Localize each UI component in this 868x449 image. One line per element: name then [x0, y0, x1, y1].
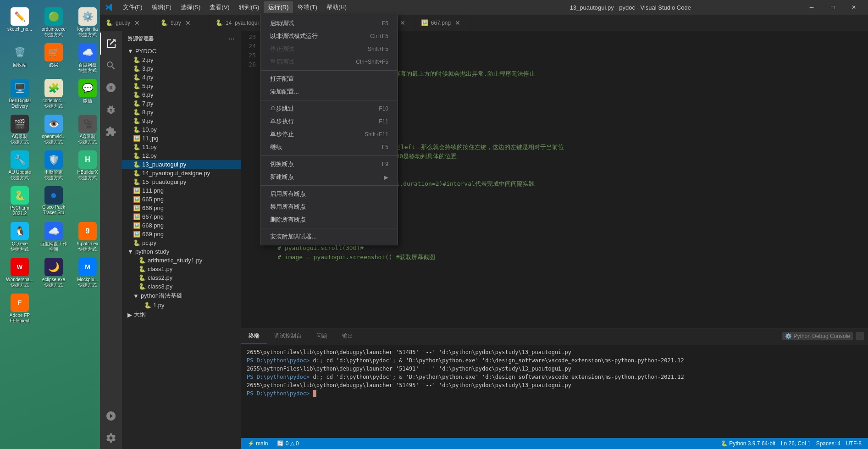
- tab-9py[interactable]: 🐍 9.py ✕: [155, 15, 210, 31]
- terminal-tab-output[interactable]: 输出: [335, 328, 360, 344]
- desktop-icon-wechat[interactable]: 💬 微信: [72, 77, 101, 111]
- tree-item-12py[interactable]: 🐍 12.py: [122, 151, 241, 160]
- tree-item-4py[interactable]: 🐍 4.py: [122, 73, 241, 82]
- desktop-icon-aq[interactable]: 🎬 AQ录制快捷方式: [4, 113, 36, 147]
- menu-run[interactable]: 运行(R): [264, 1, 293, 13]
- tree-item-668png[interactable]: 🖼️ 668.png: [122, 221, 241, 230]
- desktop-icon-qq[interactable]: 🐧 QQ.exe快捷方式: [4, 220, 36, 254]
- tree-item-2py[interactable]: 🐍 2.py: [122, 55, 241, 64]
- activity-test[interactable]: [100, 405, 122, 427]
- tree-item-665png[interactable]: 🖼️ 665.png: [122, 195, 241, 204]
- tree-folder-python-study[interactable]: ▼ python-study: [122, 247, 241, 256]
- tree-item-13puautogui[interactable]: 🐍 13_puautogui.py: [122, 160, 241, 169]
- desktop-icon-baidu[interactable]: ☁️ 百度网盘快捷方式: [72, 41, 101, 75]
- tree-folder-outline[interactable]: ▶ 大纲: [122, 310, 241, 320]
- menu-run-no-debug[interactable]: 以非调试模式运行 Ctrl+F5: [261, 30, 398, 43]
- tree-item-15puautogui[interactable]: 🐍 15_puautogui.py: [122, 177, 241, 186]
- statusbar-python[interactable]: 🐍 Python 3.9.7 64-bit: [718, 440, 778, 447]
- terminal-tab-debug[interactable]: 调试控制台: [267, 328, 309, 344]
- tree-item-14pyautogui[interactable]: 🐍 14_pyautogui_designe.py: [122, 169, 241, 177]
- desktop-icon-eclipse[interactable]: 🌙 eclipse.exe快捷方式: [38, 256, 70, 290]
- menu-help[interactable]: 帮助(H): [322, 1, 351, 13]
- tab-close-gui[interactable]: ✕: [133, 19, 141, 27]
- tree-folder-python-basic[interactable]: ▼ python语法基础: [122, 291, 241, 301]
- tree-item-3py[interactable]: 🐍 3.py: [122, 64, 241, 73]
- tree-item-5py[interactable]: 🐍 5.py: [122, 82, 241, 90]
- menu-terminal[interactable]: 终端(T): [293, 1, 322, 13]
- desktop-icon-au-update[interactable]: 🔧 AU Update快捷方式: [4, 149, 36, 183]
- menu-step-over[interactable]: 单步跳过 F10: [261, 102, 398, 115]
- statusbar-spaces[interactable]: Spaces: 4: [813, 440, 843, 447]
- activity-extensions[interactable]: [100, 121, 122, 143]
- desktop-icon-discount[interactable]: 🛒 必买: [38, 41, 70, 75]
- menu-select[interactable]: 选择(S): [176, 1, 205, 13]
- tree-item-8py[interactable]: 🐍 8.py: [122, 108, 241, 116]
- tree-item-class2[interactable]: 🐍 class2.py: [122, 273, 241, 282]
- tab-close-9py[interactable]: ✕: [184, 19, 192, 27]
- terminal-add-btn[interactable]: +: [856, 332, 864, 340]
- statusbar-encoding[interactable]: UTF-8: [843, 440, 864, 447]
- menu-open-config[interactable]: 打开配置: [261, 72, 398, 85]
- desktop-icon-dell[interactable]: 🖥️ Dell DigitalDelivery: [4, 77, 36, 111]
- desktop-icon-mockplus[interactable]: M Mockplu...快捷方式: [72, 256, 101, 290]
- tree-item-669png[interactable]: 🖼️ 669.png: [122, 230, 241, 238]
- statusbar-errors[interactable]: 🔄 0 △ 0: [274, 440, 301, 447]
- tree-item-11py[interactable]: 🐍 11.py: [122, 143, 241, 151]
- desktop-icon-arduino[interactable]: 🟢 arduino.exe快捷方式: [38, 6, 70, 39]
- tab-gui-py[interactable]: 🐍 gui.py ✕: [100, 15, 155, 31]
- tree-item-pcpy[interactable]: 🐍 pc.py: [122, 238, 241, 247]
- terminal-tab-terminal[interactable]: 终端: [241, 328, 267, 344]
- menu-new-bp[interactable]: 新建断点 ▶: [261, 171, 398, 183]
- desktop-icon-openmv[interactable]: 👁️ openmvid...快捷方式: [38, 113, 70, 147]
- tree-item-6py[interactable]: 🐍 6.py: [122, 90, 241, 99]
- menu-enable-bp[interactable]: 启用所有断点: [261, 188, 398, 200]
- desktop-icon-security[interactable]: 🛡️ 电脑管家快捷方式: [38, 149, 70, 183]
- menu-view[interactable]: 查看(V): [205, 1, 234, 13]
- terminal-content[interactable]: 2655\pythonFiles\lib\python\debugpy\laun…: [241, 344, 868, 438]
- tree-item-11jpg[interactable]: 🖼️ 11.jpg: [122, 134, 241, 143]
- tree-item-667png[interactable]: 🖼️ 667.png: [122, 212, 241, 221]
- menu-step-into[interactable]: 单步执行 F11: [261, 115, 398, 128]
- desktop-icon-codeblocks[interactable]: 🧩 codebloc...快捷方式: [38, 77, 70, 111]
- tree-item-666png[interactable]: 🖼️ 666.png: [122, 204, 241, 212]
- activity-git[interactable]: [100, 77, 122, 99]
- tree-item-111png[interactable]: 🖼️ 111.png: [122, 186, 241, 195]
- minimize-button[interactable]: ─: [801, 0, 822, 15]
- desktop-icon-logisim[interactable]: ⚙️ logisim ita快捷方式: [72, 6, 101, 39]
- activity-settings[interactable]: [100, 427, 122, 449]
- menu-add-config[interactable]: 添加配置...: [261, 85, 398, 98]
- tree-folder-pydoc[interactable]: ▼ PYDOC: [122, 47, 241, 55]
- desktop-icon-cisco[interactable]: 🔵 Cisco PackTracer Stu: [38, 184, 70, 218]
- tab-close-667[interactable]: ✕: [453, 19, 462, 27]
- menu-stop-debug[interactable]: 停止调试 Shift+F5: [261, 43, 398, 55]
- tree-item-class3[interactable]: 🐍 class3.py: [122, 282, 241, 291]
- desktop-icon-baiduwp[interactable]: ☁️ 百度网盘工作空间: [38, 220, 70, 254]
- desktop-icon-wondershare[interactable]: W Wondersha...快捷方式: [4, 256, 36, 290]
- tree-item-9py[interactable]: 🐍 9.py: [122, 116, 241, 125]
- tab-close-668[interactable]: ✕: [398, 19, 407, 27]
- terminal-settings-icon[interactable]: ⚙️ Python Debug Console: [782, 332, 853, 340]
- desktop-icon-hbuilder[interactable]: H HBuilderX快捷方式: [72, 149, 101, 183]
- maximize-button[interactable]: □: [822, 0, 843, 15]
- tree-item-7py[interactable]: 🐍 7.py: [122, 99, 241, 108]
- menu-restart-debug[interactable]: 重启调试 Ctrl+Shift+F5: [261, 55, 398, 68]
- statusbar-position[interactable]: Ln 26, Col 1: [778, 440, 813, 447]
- activity-explorer[interactable]: [100, 33, 122, 55]
- tree-item-class1[interactable]: 🐍 class1.py: [122, 265, 241, 273]
- tree-item-1py[interactable]: 🐍 1.py: [122, 301, 241, 310]
- menu-edit[interactable]: 编辑(E): [147, 1, 176, 13]
- tab-667[interactable]: 🖼️ 667.png ✕: [415, 15, 470, 31]
- activity-search[interactable]: [100, 55, 122, 77]
- desktop-icon-9patch[interactable]: 9 9-patch.ex快捷方式: [72, 220, 101, 254]
- menu-install-debugger[interactable]: 安装附加调试器...: [261, 230, 398, 243]
- close-button[interactable]: ✕: [843, 0, 864, 15]
- menu-file[interactable]: 文件(F): [118, 1, 147, 13]
- desktop-icon-sketch[interactable]: ✏️ sketch_no...: [4, 6, 36, 39]
- menu-delete-bp[interactable]: 删除所有断点: [261, 213, 398, 226]
- desktop-icon-pycharm[interactable]: 🐍 PyCharm2021.2: [4, 184, 36, 218]
- menu-step-out[interactable]: 单步停止 Shift+F11: [261, 128, 398, 141]
- menu-start-debug[interactable]: 启动调试 F5: [261, 17, 398, 30]
- menu-disable-bp[interactable]: 禁用所有断点: [261, 200, 398, 213]
- desktop-icon-adobe[interactable]: F Adobe FPFElement: [4, 292, 36, 326]
- activity-debug[interactable]: [100, 99, 122, 121]
